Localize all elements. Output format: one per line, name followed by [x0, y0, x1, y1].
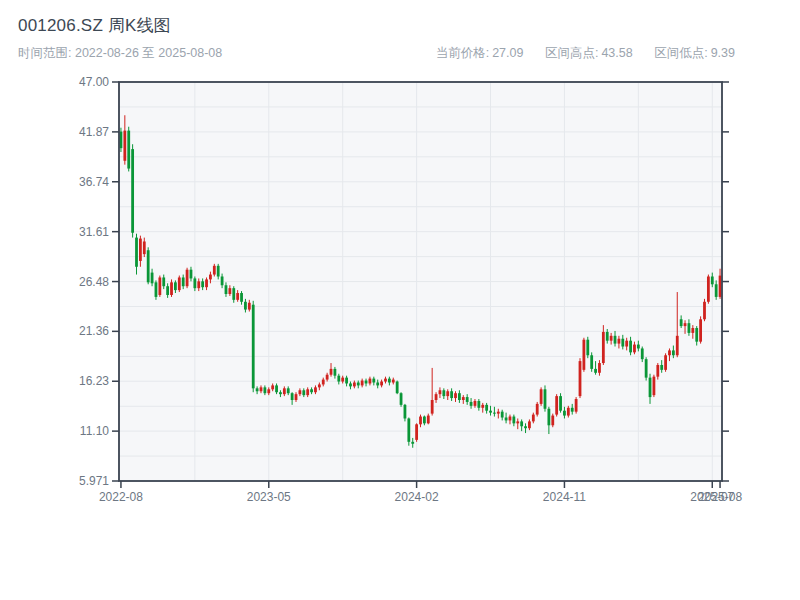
candle [512, 417, 515, 424]
candle [162, 277, 165, 286]
candle [567, 408, 570, 416]
candle [244, 302, 247, 310]
candle [442, 390, 445, 396]
candle [135, 238, 138, 267]
candle [182, 277, 185, 286]
candle [283, 388, 286, 394]
candle [337, 376, 340, 382]
candle [322, 380, 325, 385]
candle [582, 340, 585, 370]
candle [225, 285, 228, 294]
candle [528, 421, 531, 428]
candle [695, 328, 698, 342]
candle [598, 363, 601, 373]
candle [372, 379, 375, 383]
candle [649, 378, 652, 397]
candle [645, 359, 648, 377]
candle [715, 284, 718, 297]
candle [314, 387, 317, 392]
candle [547, 409, 550, 426]
candle [228, 288, 231, 294]
candle [232, 288, 235, 300]
candle [252, 305, 255, 389]
y-tick-label: 16.23 [79, 374, 109, 388]
candle [178, 277, 181, 290]
candle [684, 323, 687, 326]
candle [263, 387, 266, 393]
candle [201, 281, 204, 287]
candle [520, 421, 523, 426]
y-tick-label: 36.74 [79, 175, 109, 189]
candle [691, 328, 694, 333]
candle [415, 424, 418, 440]
candle [586, 340, 589, 356]
candle [123, 131, 126, 161]
x-tick-label: 2025-08 [698, 490, 742, 504]
candle [197, 281, 200, 288]
candle [446, 391, 449, 396]
candle [186, 270, 189, 287]
candle [579, 361, 582, 396]
candle [703, 302, 706, 320]
candle [618, 339, 621, 344]
candle [719, 276, 722, 297]
candle [260, 387, 263, 391]
candle [458, 393, 461, 400]
candle [676, 336, 679, 355]
candle [477, 401, 480, 408]
candle [431, 400, 434, 414]
candle [205, 279, 208, 287]
candle [559, 396, 562, 411]
candle [575, 399, 578, 412]
candle [291, 393, 294, 400]
candle [170, 282, 173, 295]
candle [509, 417, 512, 421]
candle [298, 390, 301, 394]
candle [680, 319, 683, 326]
candle [236, 293, 239, 300]
candle [555, 396, 558, 414]
candle [497, 412, 500, 414]
candle [664, 355, 667, 370]
candle [470, 402, 473, 406]
candle [625, 341, 628, 347]
candle [306, 389, 309, 395]
candle [590, 355, 593, 369]
candle [594, 369, 597, 373]
candle [131, 149, 134, 233]
candle [287, 388, 290, 393]
candle [707, 276, 710, 301]
candle [193, 278, 196, 288]
candle [295, 394, 298, 400]
candle [256, 388, 259, 391]
candle [551, 416, 554, 426]
candle [330, 369, 333, 375]
candle [435, 394, 438, 400]
candle [450, 391, 453, 398]
candle [267, 389, 270, 393]
y-tick-label: 21.36 [79, 324, 109, 338]
candle [454, 393, 457, 398]
candle [610, 336, 613, 341]
candle [711, 276, 714, 284]
candle [501, 412, 504, 418]
candle [419, 417, 422, 425]
y-tick-label: 31.61 [79, 225, 109, 239]
y-tick-label: 41.87 [79, 125, 109, 139]
candle [127, 131, 130, 169]
candle [660, 365, 663, 370]
kline-chart-svg: 47.0041.8736.7431.6126.4821.3616.2311.10… [0, 0, 800, 600]
candle [653, 377, 656, 395]
candle [166, 286, 169, 295]
candle [174, 282, 177, 290]
candle [571, 408, 574, 412]
candle [489, 411, 492, 413]
candle [439, 390, 442, 394]
candle [641, 348, 644, 359]
candle [524, 426, 527, 428]
candle [388, 379, 391, 383]
candle [353, 382, 356, 386]
candle [345, 378, 348, 384]
candle [563, 411, 566, 416]
candle [407, 418, 410, 441]
